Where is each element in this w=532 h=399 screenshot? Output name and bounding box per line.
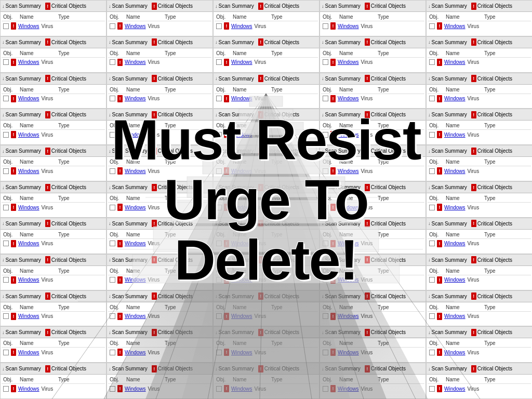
- scan-summary-btn[interactable]: ↓ Scan Summary: [428, 184, 467, 190]
- row-name-value[interactable]: Windows: [18, 96, 39, 101]
- row-checkbox[interactable]: [3, 168, 9, 174]
- row-checkbox[interactable]: [110, 132, 115, 138]
- critical-objects-btn[interactable]: ! Critical Objects: [152, 329, 193, 336]
- critical-objects-btn[interactable]: ! Critical Objects: [45, 38, 86, 46]
- critical-objects-btn[interactable]: ! Critical Objects: [365, 365, 406, 373]
- row-name-value[interactable]: Windows: [231, 96, 252, 101]
- row-checkbox[interactable]: [110, 168, 115, 174]
- scan-summary-btn[interactable]: ↓ Scan Summary: [2, 39, 41, 45]
- row-checkbox[interactable]: [429, 168, 435, 174]
- row-checkbox[interactable]: [216, 350, 222, 355]
- row-checkbox[interactable]: [323, 59, 328, 65]
- scan-summary-btn[interactable]: ↓ Scan Summary: [2, 221, 41, 227]
- critical-objects-btn[interactable]: ! Critical Objects: [45, 220, 86, 227]
- scan-summary-btn[interactable]: ↓ Scan Summary: [322, 221, 361, 227]
- row-name-value[interactable]: Windows: [444, 23, 466, 29]
- critical-objects-btn[interactable]: ! Critical Objects: [152, 256, 193, 263]
- row-checkbox[interactable]: [216, 96, 222, 101]
- scan-summary-btn[interactable]: ↓ Scan Summary: [322, 39, 361, 45]
- scan-summary-btn[interactable]: ↓ Scan Summary: [322, 184, 361, 190]
- row-checkbox[interactable]: [3, 386, 9, 392]
- row-name-value[interactable]: Windows: [125, 96, 146, 101]
- critical-objects-btn[interactable]: ! Critical Objects: [258, 148, 299, 155]
- row-name-value[interactable]: Windows: [231, 313, 252, 319]
- row-name-value[interactable]: Windows: [338, 386, 359, 392]
- row-checkbox[interactable]: [110, 23, 115, 29]
- critical-objects-btn[interactable]: ! Critical Objects: [471, 292, 512, 300]
- critical-objects-btn[interactable]: ! Critical Objects: [152, 220, 193, 227]
- row-name-value[interactable]: Windows: [125, 59, 146, 65]
- scan-summary-btn[interactable]: ↓ Scan Summary: [109, 3, 148, 9]
- row-name-value[interactable]: Windows: [444, 132, 466, 138]
- scan-summary-btn[interactable]: ↓ Scan Summary: [109, 76, 148, 82]
- row-name-value[interactable]: Windows: [125, 241, 146, 246]
- critical-objects-btn[interactable]: ! Critical Objects: [45, 148, 86, 155]
- critical-objects-btn[interactable]: ! Critical Objects: [152, 184, 193, 191]
- critical-objects-btn[interactable]: ! Critical Objects: [365, 3, 406, 10]
- row-checkbox[interactable]: [323, 23, 328, 29]
- critical-objects-btn[interactable]: ! Critical Objects: [471, 38, 512, 46]
- scan-summary-btn[interactable]: ↓ Scan Summary: [215, 39, 254, 45]
- row-checkbox[interactable]: [429, 241, 435, 246]
- critical-objects-btn[interactable]: ! Critical Objects: [471, 184, 512, 191]
- critical-objects-btn[interactable]: ! Critical Objects: [45, 365, 86, 373]
- scan-summary-btn[interactable]: ↓ Scan Summary: [428, 257, 467, 263]
- row-name-value[interactable]: Windows: [231, 205, 252, 210]
- critical-objects-btn[interactable]: ! Critical Objects: [258, 220, 299, 227]
- scan-summary-btn[interactable]: ↓ Scan Summary: [428, 329, 467, 335]
- row-checkbox[interactable]: [323, 386, 328, 392]
- row-name-value[interactable]: Windows: [338, 277, 359, 283]
- scan-summary-btn[interactable]: ↓ Scan Summary: [322, 148, 361, 154]
- row-name-value[interactable]: Windows: [125, 205, 146, 210]
- row-name-value[interactable]: Windows: [444, 168, 466, 174]
- row-name-value[interactable]: Windows: [18, 23, 39, 29]
- row-name-value[interactable]: Windows: [231, 386, 252, 392]
- critical-objects-btn[interactable]: ! Critical Objects: [152, 3, 193, 10]
- scan-summary-btn[interactable]: ↓ Scan Summary: [215, 294, 254, 299]
- critical-objects-btn[interactable]: ! Critical Objects: [152, 292, 193, 300]
- scan-summary-btn[interactable]: ↓ Scan Summary: [109, 294, 148, 299]
- row-name-value[interactable]: Windows: [338, 241, 359, 246]
- critical-objects-btn[interactable]: ! Critical Objects: [365, 148, 406, 155]
- scan-summary-btn[interactable]: ↓ Scan Summary: [322, 257, 361, 263]
- row-checkbox[interactable]: [323, 313, 328, 319]
- row-checkbox[interactable]: [429, 23, 435, 29]
- row-name-value[interactable]: Windows: [18, 205, 39, 210]
- scan-summary-btn[interactable]: ↓ Scan Summary: [322, 329, 361, 335]
- row-name-value[interactable]: Windows: [18, 132, 39, 138]
- row-checkbox[interactable]: [429, 132, 435, 138]
- row-checkbox[interactable]: [216, 313, 222, 319]
- critical-objects-btn[interactable]: ! Critical Objects: [152, 111, 193, 118]
- row-checkbox[interactable]: [216, 132, 222, 138]
- scan-summary-btn[interactable]: ↓ Scan Summary: [2, 257, 41, 263]
- scan-summary-btn[interactable]: ↓ Scan Summary: [2, 76, 41, 82]
- scan-summary-btn[interactable]: ↓ Scan Summary: [109, 329, 148, 335]
- row-checkbox[interactable]: [3, 241, 9, 246]
- row-name-value[interactable]: Windows: [231, 23, 252, 29]
- row-name-value[interactable]: Windows: [231, 59, 252, 65]
- critical-objects-btn[interactable]: ! Critical Objects: [471, 111, 512, 118]
- row-checkbox[interactable]: [429, 59, 435, 65]
- scan-summary-btn[interactable]: ↓ Scan Summary: [322, 366, 361, 371]
- scan-summary-btn[interactable]: ↓ Scan Summary: [322, 294, 361, 299]
- row-name-value[interactable]: Windows: [444, 205, 466, 210]
- critical-objects-btn[interactable]: ! Critical Objects: [45, 184, 86, 191]
- scan-summary-btn[interactable]: ↓ Scan Summary: [2, 329, 41, 335]
- critical-objects-btn[interactable]: ! Critical Objects: [45, 256, 86, 263]
- row-name-value[interactable]: Windows: [18, 386, 39, 392]
- row-checkbox[interactable]: [110, 277, 115, 283]
- row-name-value[interactable]: Windows: [231, 277, 252, 283]
- row-checkbox[interactable]: [216, 59, 222, 65]
- row-checkbox[interactable]: [323, 168, 328, 174]
- row-checkbox[interactable]: [323, 241, 328, 246]
- row-checkbox[interactable]: [3, 313, 9, 319]
- row-name-value[interactable]: Windows: [338, 59, 359, 65]
- row-name-value[interactable]: Windows: [125, 23, 146, 29]
- row-name-value[interactable]: Windows: [231, 168, 252, 174]
- scan-summary-btn[interactable]: ↓ Scan Summary: [2, 294, 41, 299]
- row-checkbox[interactable]: [323, 96, 328, 101]
- row-name-value[interactable]: Windows: [231, 241, 252, 246]
- critical-objects-btn[interactable]: ! Critical Objects: [45, 329, 86, 336]
- critical-objects-btn[interactable]: ! Critical Objects: [471, 220, 512, 227]
- scan-summary-btn[interactable]: ↓ Scan Summary: [428, 148, 467, 154]
